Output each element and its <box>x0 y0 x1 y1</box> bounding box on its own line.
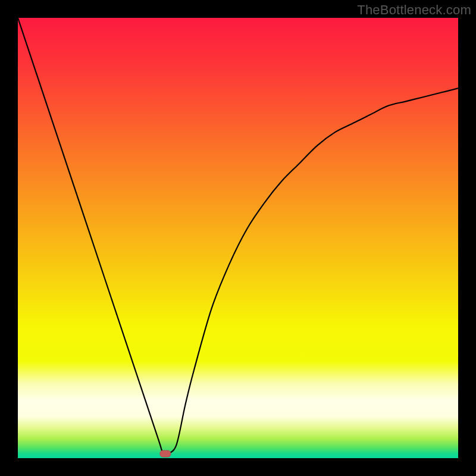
chart-svg <box>18 18 458 458</box>
watermark-text: TheBottleneck.com <box>357 2 471 18</box>
optimum-marker <box>160 450 171 457</box>
chart-frame: TheBottleneck.com <box>0 0 476 476</box>
gradient-background <box>18 18 458 458</box>
plot-area <box>18 18 458 458</box>
